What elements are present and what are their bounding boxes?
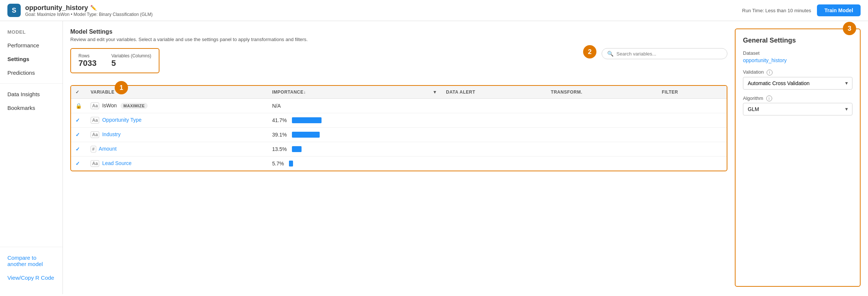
check-icon: ✓: [75, 146, 80, 152]
general-settings-panel: 3 General Settings Dataset opportunity_h…: [735, 28, 861, 287]
row-variable-leadsource: Aa Lead Source: [86, 157, 268, 171]
topbar-right: Run Time: Less than 10 minutes Train Mod…: [742, 4, 861, 16]
model-settings-title: Model Settings: [70, 28, 727, 35]
topbar: S opportunity_history ✏️ Goal: Maximize …: [0, 0, 868, 21]
sidebar-item-compare[interactable]: Compare to another model: [0, 251, 63, 271]
maximize-badge: MAXIMIZE: [121, 103, 148, 109]
sidebar-item-performance[interactable]: Performance: [0, 38, 63, 52]
table-header-row: ✓ VARIABLE IMPORTANCE↓ ▼ DATA ALERT TRAN…: [71, 86, 727, 99]
main-layout: Model Performance Settings Predictions D…: [0, 21, 868, 294]
col-dropdown[interactable]: ▼: [428, 86, 441, 99]
row-variable-amount: # Amount: [86, 142, 268, 157]
col-data-alert: DATA ALERT: [442, 86, 546, 99]
app-logo: S: [7, 4, 21, 17]
row-check-amount[interactable]: ✓: [71, 142, 86, 157]
variables-table-wrapper: ✓ VARIABLE IMPORTANCE↓ ▼ DATA ALERT TRAN…: [70, 85, 727, 171]
columns-stat: Variables (Columns) 5: [111, 53, 151, 68]
row-importance-industry: 39.1%: [268, 128, 428, 142]
col-importance: IMPORTANCE↓: [268, 86, 428, 99]
sidebar-item-view-copy[interactable]: View/Copy R Code: [0, 271, 63, 285]
app-title: opportunity_history: [25, 4, 88, 12]
validation-info-icon[interactable]: i: [767, 70, 773, 75]
validation-field: Validation i Automatic Cross Validation …: [743, 69, 852, 90]
algorithm-label: Algorithm i: [743, 95, 852, 102]
model-settings-desc: Review and edit your variables. Select a…: [70, 37, 727, 42]
row-transform-iswon: [546, 99, 657, 113]
variables-table: ✓ VARIABLE IMPORTANCE↓ ▼ DATA ALERT TRAN…: [71, 86, 727, 171]
sidebar-item-bookmarks[interactable]: Bookmarks: [0, 101, 63, 115]
algorithm-field: Algorithm i GLM Random Forest Neural Net…: [743, 95, 852, 116]
row-variable-optype: Aa Opportunity Type: [86, 113, 268, 128]
row-variable-industry: Aa Industry: [86, 128, 268, 142]
sidebar-item-settings[interactable]: Settings: [0, 52, 63, 66]
sidebar-bottom: Compare to another model View/Copy R Cod…: [0, 243, 63, 288]
type-icon-aa: Aa: [91, 117, 99, 124]
validation-select[interactable]: Automatic Cross Validation Manual None: [743, 77, 852, 90]
algorithm-info-icon[interactable]: i: [766, 95, 772, 101]
dataset-field: Dataset opportunity_history: [743, 50, 852, 63]
row-alert-iswon: [442, 99, 546, 113]
table-row: 🔒 Aa IsWon MAXIMIZE N/A: [71, 99, 727, 113]
var-name-iswon: IsWon: [102, 102, 117, 108]
col-variable: VARIABLE: [86, 86, 268, 99]
topbar-left: S opportunity_history ✏️ Goal: Maximize …: [7, 4, 153, 17]
general-settings-title: General Settings: [743, 37, 852, 44]
type-icon-aa: Aa: [91, 102, 99, 109]
var-name-leadsource[interactable]: Lead Source: [102, 160, 131, 166]
dataset-label: Dataset: [743, 50, 852, 56]
type-icon-aa: Aa: [91, 131, 99, 138]
search-input[interactable]: [616, 51, 722, 57]
sidebar: Model Performance Settings Predictions D…: [0, 21, 63, 294]
importance-bar-leadsource: [289, 161, 293, 166]
check-icon: ✓: [75, 161, 80, 166]
col-filter: FILTER: [657, 86, 727, 99]
row-importance-iswon: N/A: [268, 99, 428, 113]
rows-value: 7033: [78, 58, 97, 68]
sidebar-section-title: Model: [0, 27, 63, 38]
row-check-iswon: 🔒: [71, 99, 86, 113]
table-row: ✓ Aa Lead Source 5.7%: [71, 157, 727, 171]
step-badge-2: 2: [583, 45, 596, 58]
col-check: ✓: [71, 86, 86, 99]
var-name-optype[interactable]: Opportunity Type: [102, 117, 141, 123]
importance-bar-optype: [292, 117, 322, 123]
var-name-industry[interactable]: Industry: [102, 131, 121, 137]
check-icon: ✓: [75, 132, 80, 138]
search-icon: 🔍: [607, 51, 613, 57]
check-icon: ✓: [75, 117, 80, 123]
step-badge-1: 1: [115, 81, 128, 94]
runtime-text: Run Time: Less than 10 minutes: [742, 8, 811, 13]
rows-stat: Rows 7033: [78, 53, 97, 68]
importance-bar-amount: [292, 146, 302, 152]
algorithm-select-wrapper: GLM Random Forest Neural Network: [743, 103, 852, 115]
topbar-title: opportunity_history ✏️ Goal: Maximize Is…: [25, 4, 153, 17]
table-row: ✓ Aa Industry 39.1%: [71, 128, 727, 142]
importance-bar-industry: [292, 132, 320, 138]
var-name-amount[interactable]: Amount: [99, 146, 117, 152]
row-dropdown-iswon: [428, 99, 441, 113]
stats-box: Rows 7033 Variables (Columns) 5: [70, 48, 159, 73]
row-check-leadsource[interactable]: ✓: [71, 157, 86, 171]
type-icon-aa: Aa: [91, 160, 99, 167]
subtitle: Goal: Maximize IsWon • Model Type: Binar…: [25, 12, 153, 17]
row-importance-optype: 41.7%: [268, 113, 428, 128]
validation-label: Validation i: [743, 69, 852, 75]
sidebar-item-predictions[interactable]: Predictions: [0, 66, 63, 80]
lock-icon: 🔒: [75, 103, 82, 109]
type-icon-hash: #: [91, 146, 96, 152]
train-model-button[interactable]: Train Model: [817, 4, 861, 16]
search-bar[interactable]: 🔍: [602, 48, 727, 59]
dataset-link[interactable]: opportunity_history: [743, 57, 787, 63]
sidebar-item-data-insights[interactable]: Data Insights: [0, 87, 63, 101]
table-row: ✓ # Amount 13.5%: [71, 142, 727, 157]
row-check-industry[interactable]: ✓: [71, 128, 86, 142]
edit-icon[interactable]: ✏️: [90, 5, 97, 11]
step-badge-3: 3: [843, 22, 856, 35]
row-check-optype[interactable]: ✓: [71, 113, 86, 128]
table-row: ✓ Aa Opportunity Type 41.7%: [71, 113, 727, 128]
row-importance-leadsource: 5.7%: [268, 157, 428, 171]
row-filter-iswon: [657, 99, 727, 113]
columns-value: 5: [111, 58, 116, 68]
algorithm-select[interactable]: GLM Random Forest Neural Network: [743, 103, 852, 115]
col-transform: TRANSFORM.: [546, 86, 657, 99]
